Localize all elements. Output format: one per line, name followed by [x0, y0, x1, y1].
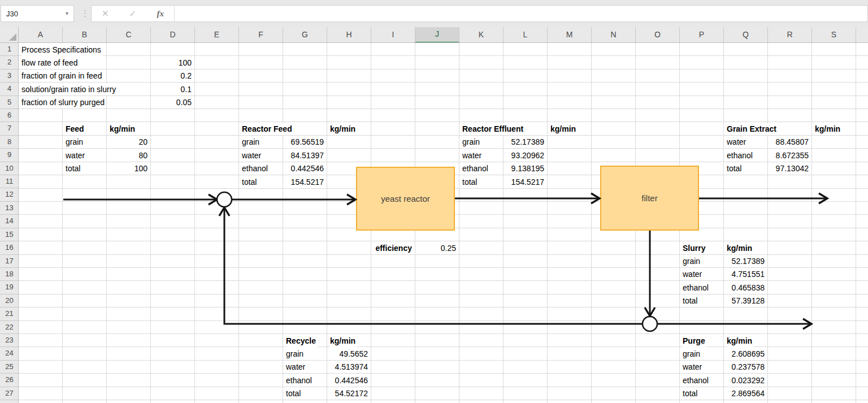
cell-F8[interactable]: grain — [242, 136, 261, 148]
cell-Q8[interactable]: water — [727, 136, 748, 148]
cell-Q9[interactable]: ethanol — [727, 150, 754, 162]
cell-F11[interactable]: total — [242, 176, 258, 188]
cell-P23[interactable]: Purge — [683, 335, 707, 347]
row-header-26[interactable]: 26 — [0, 374, 19, 387]
cell-Q20[interactable]: 57.39128 — [724, 295, 765, 307]
cell-B8[interactable]: grain — [66, 136, 85, 148]
cell-K9[interactable]: water — [462, 150, 483, 162]
row-header-17[interactable]: 17 — [0, 255, 19, 268]
cell-G8[interactable]: 69.56519 — [284, 136, 324, 148]
cell-P26[interactable]: ethanol — [683, 375, 710, 387]
cell-G10[interactable]: 0.442546 — [284, 163, 324, 175]
cell-Q7[interactable]: Grain Extract — [727, 123, 778, 135]
insert-function-icon[interactable]: fx — [157, 9, 164, 19]
cell-P17[interactable]: grain — [683, 255, 702, 267]
cell-P19[interactable]: ethanol — [683, 282, 710, 294]
column-header-M[interactable]: M — [548, 27, 592, 43]
cell-P24[interactable]: grain — [683, 348, 702, 360]
column-header-H[interactable]: H — [327, 27, 371, 43]
cell-G26[interactable]: ethanol — [286, 375, 314, 387]
row-header-10[interactable]: 10 — [0, 162, 19, 175]
cell-Q10[interactable]: total — [727, 163, 743, 175]
yeast-reactor-node[interactable]: yeast reactor — [356, 167, 455, 231]
column-header-R[interactable]: R — [768, 27, 812, 43]
row-header-11[interactable]: 11 — [0, 175, 19, 188]
cell-A3[interactable]: fraction of grain in feed — [21, 70, 103, 82]
cell-P16[interactable]: Slurry — [683, 242, 707, 254]
cell-K11[interactable]: total — [462, 176, 479, 188]
cell-P25[interactable]: water — [683, 361, 704, 373]
row-header-12[interactable]: 12 — [0, 188, 19, 201]
row-header-3[interactable]: 3 — [0, 70, 19, 83]
cell-R9[interactable]: 8.672355 — [769, 150, 809, 162]
column-header-P[interactable]: P — [680, 27, 724, 43]
cell-S7[interactable]: kg/min — [815, 123, 842, 135]
cell-L9[interactable]: 93.20962 — [504, 150, 544, 162]
row-header-25[interactable]: 25 — [0, 361, 19, 374]
column-header-F[interactable]: F — [239, 27, 283, 43]
row-header-8[interactable]: 8 — [0, 136, 19, 149]
cell-G9[interactable]: 84.51397 — [284, 150, 324, 162]
row-header-24[interactable]: 24 — [0, 347, 19, 360]
column-header-C[interactable]: C — [107, 27, 151, 43]
row-header-1[interactable]: 1 — [0, 43, 19, 56]
cell-L11[interactable]: 154.5217 — [504, 176, 544, 188]
cell-P27[interactable]: total — [683, 388, 699, 400]
formula-bar[interactable] — [174, 5, 868, 22]
cell-H24[interactable]: 49.5652 — [328, 348, 368, 360]
cell-L8[interactable]: 52.17389 — [504, 136, 544, 148]
cell-G23[interactable]: Recycle — [286, 335, 318, 347]
row-header-16[interactable]: 16 — [0, 241, 19, 254]
cell-F7[interactable]: Reactor Feed — [242, 123, 294, 135]
cell-H25[interactable]: 4.513974 — [328, 361, 368, 373]
cell-G11[interactable]: 154.5217 — [284, 176, 324, 188]
row-header-2[interactable]: 2 — [0, 56, 19, 69]
row-header-7[interactable]: 7 — [0, 122, 19, 135]
cell-C9[interactable]: 80 — [107, 150, 147, 162]
cell-H23[interactable]: kg/min — [330, 335, 357, 347]
cell-F10[interactable]: ethanol — [242, 163, 270, 175]
column-header-A[interactable]: A — [19, 27, 63, 43]
cell-R8[interactable]: 88.45807 — [769, 136, 809, 148]
column-header-B[interactable]: B — [63, 27, 107, 43]
cell-C7[interactable]: kg/min — [110, 123, 137, 135]
column-header-L[interactable]: L — [504, 27, 548, 43]
cell-G25[interactable]: water — [286, 361, 307, 373]
row-header-15[interactable]: 15 — [0, 228, 19, 241]
cancel-icon[interactable]: ✕ — [102, 8, 109, 19]
cell-Q18[interactable]: 4.751551 — [724, 268, 765, 280]
cell-I16[interactable]: efficiency — [372, 242, 412, 254]
cell-G27[interactable]: total — [286, 388, 302, 400]
cell-Q24[interactable]: 2.608695 — [724, 348, 765, 360]
select-all-corner[interactable] — [0, 27, 19, 43]
row-header-6[interactable]: 6 — [0, 109, 19, 122]
enter-icon[interactable]: ✓ — [129, 8, 137, 19]
cell-C8[interactable]: 20 — [107, 136, 147, 148]
column-header-Q[interactable]: Q — [724, 27, 768, 43]
cell-Q23[interactable]: kg/min — [727, 335, 754, 347]
row-header-14[interactable]: 14 — [0, 215, 19, 228]
cell-K7[interactable]: Reactor Effluent — [462, 123, 525, 135]
column-header-I[interactable]: I — [371, 27, 415, 43]
cell-Q27[interactable]: 2.869564 — [724, 388, 765, 400]
cell-B9[interactable]: water — [66, 150, 86, 162]
cell-K10[interactable]: ethanol — [462, 163, 490, 175]
cell-P20[interactable]: total — [683, 295, 699, 307]
column-header-N[interactable]: N — [592, 27, 636, 43]
cell-D5[interactable]: 0.05 — [151, 97, 192, 109]
column-header-S[interactable]: S — [812, 27, 856, 43]
cell-P18[interactable]: water — [683, 268, 704, 280]
cell-D2[interactable]: 100 — [151, 57, 192, 69]
filter-node[interactable]: filter — [600, 166, 699, 231]
row-header-23[interactable]: 23 — [0, 334, 19, 347]
row-header-28[interactable]: 28 — [0, 400, 19, 403]
cell-A5[interactable]: fraction of slurry purged — [21, 97, 106, 109]
row-header-13[interactable]: 13 — [0, 202, 19, 215]
worksheet-grid[interactable]: yeast reactor filter Proces — [19, 43, 868, 403]
column-header-K[interactable]: K — [459, 27, 504, 43]
row-header-18[interactable]: 18 — [0, 268, 19, 281]
row-header-19[interactable]: 19 — [0, 281, 19, 294]
row-header-4[interactable]: 4 — [0, 83, 19, 96]
cell-M7[interactable]: kg/min — [550, 123, 578, 135]
cell-B7[interactable]: Feed — [66, 123, 86, 135]
